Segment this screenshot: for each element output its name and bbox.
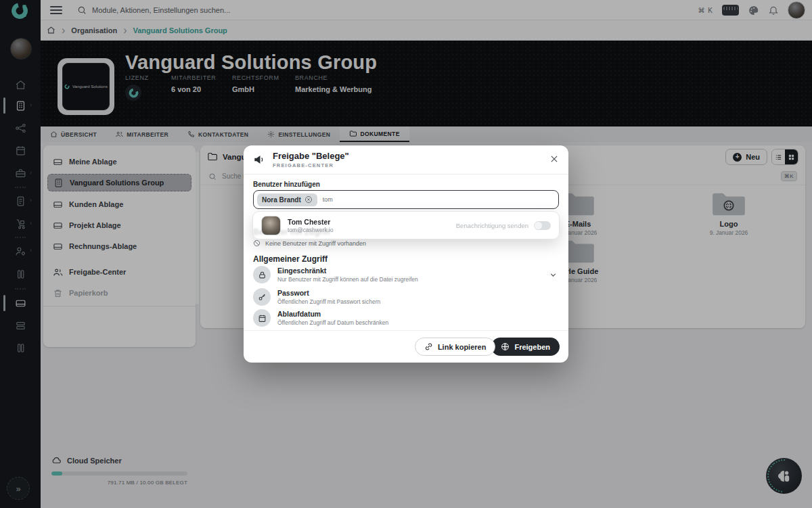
remove-chip-icon[interactable] <box>304 195 313 204</box>
option-expiry[interactable]: Ablaufdatum Öffentlichen Zugriff auf Dat… <box>253 309 559 328</box>
add-user-label: Benutzer hinzufügen <box>253 181 320 188</box>
access-empty-row: Keine Benutzer mit Zugriff vorhanden <box>253 239 366 247</box>
notify-label: Benachrichtigung senden <box>456 222 528 229</box>
close-icon[interactable] <box>549 154 559 164</box>
modal-subtitle: FREIGABE-CENTER <box>273 162 349 168</box>
chevron-down-icon[interactable] <box>549 271 558 279</box>
add-user-input[interactable]: Nora Brandt tom <box>253 190 559 209</box>
modal-title: Freigabe "Belege" <box>273 151 349 161</box>
copy-link-button[interactable]: Link kopieren <box>415 338 496 356</box>
general-access-heading: Allgemeiner Zugriff <box>253 254 328 264</box>
lock-icon <box>258 271 267 279</box>
suggestion-avatar <box>261 216 281 235</box>
option-password[interactable]: Passwort Öffentlichen Zugriff mit Passwo… <box>253 288 559 307</box>
typed-query: tom <box>323 196 333 203</box>
suggestion-email: tom@cashwerk.io <box>288 227 334 233</box>
circle-slash-icon <box>253 239 261 247</box>
globe-icon <box>501 342 510 351</box>
link-icon <box>424 342 433 351</box>
notify-toggle[interactable] <box>534 221 551 230</box>
user-suggestion-dropdown[interactable]: Tom Chester tom@cashwerk.io Benachrichti… <box>252 211 560 239</box>
key-icon <box>258 293 267 302</box>
share-button[interactable]: Freigeben <box>491 338 560 356</box>
share-modal: Freigabe "Belege" FREIGABE-CENTER Benutz… <box>244 145 568 363</box>
user-chip: Nora Brandt <box>257 193 317 206</box>
calendar-icon <box>258 314 267 323</box>
option-restricted[interactable]: Eingeschränkt Nur Benutzer mit Zugriff k… <box>253 266 559 285</box>
megaphone-icon <box>253 154 265 166</box>
suggestion-name: Tom Chester <box>288 218 334 226</box>
chip-name: Nora Brandt <box>262 196 301 204</box>
access-empty-text: Keine Benutzer mit Zugriff vorhanden <box>265 240 366 247</box>
